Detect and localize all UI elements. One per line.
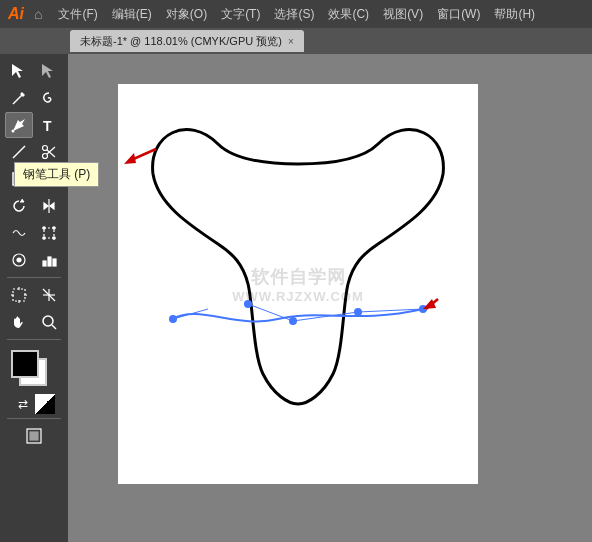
- svg-point-8: [43, 146, 48, 151]
- svg-point-4: [12, 130, 15, 133]
- graph-tool[interactable]: [35, 247, 63, 273]
- svg-marker-14: [50, 203, 54, 209]
- tool-row-7: [4, 247, 64, 273]
- svg-marker-1: [42, 64, 53, 78]
- tool-row-2: [4, 85, 64, 111]
- tool-row-9: [4, 309, 64, 335]
- color-area: ⇄: [11, 350, 57, 414]
- bezier-handle-line-2: [248, 304, 293, 321]
- menu-effect[interactable]: 效果(C): [322, 4, 375, 25]
- svg-rect-15: [44, 228, 54, 238]
- svg-marker-0: [12, 64, 23, 78]
- color-controls-row: ⇄: [13, 394, 55, 414]
- menu-bar: 文件(F) 编辑(E) 对象(O) 文字(T) 选择(S) 效果(C) 视图(V…: [52, 4, 541, 25]
- swap-colors-button[interactable]: ⇄: [13, 394, 33, 414]
- toolbar-divider-3: [7, 418, 61, 419]
- selection-tool[interactable]: [5, 58, 33, 84]
- tool-row-pen: T: [4, 112, 64, 138]
- rect-tool[interactable]: [5, 166, 33, 192]
- svg-point-19: [53, 237, 55, 239]
- tab-bar: 未标题-1* @ 118.01% (CMYK/GPU 预览) ×: [0, 28, 592, 54]
- svg-marker-38: [423, 299, 436, 309]
- toolbar-divider: [7, 277, 61, 278]
- free-transform-tool[interactable]: [35, 220, 63, 246]
- tab-label: 未标题-1* @ 118.01% (CMYK/GPU 预览): [80, 34, 282, 49]
- svg-rect-25: [13, 289, 25, 301]
- svg-text:T: T: [43, 118, 52, 134]
- tool-row-6: [4, 220, 64, 246]
- svg-rect-11: [13, 173, 25, 185]
- scissors-tool[interactable]: [35, 139, 63, 165]
- reflect-tool[interactable]: [35, 193, 63, 219]
- svg-line-6: [13, 146, 25, 158]
- foreground-color-swatch[interactable]: [11, 350, 39, 378]
- home-icon[interactable]: ⌂: [34, 6, 42, 22]
- document-tab[interactable]: 未标题-1* @ 118.01% (CMYK/GPU 预览) ×: [70, 30, 304, 52]
- change-screen-mode[interactable]: [20, 423, 48, 449]
- menu-edit[interactable]: 编辑(E): [106, 4, 158, 25]
- title-bar: Ai ⌂ 文件(F) 编辑(E) 对象(O) 文字(T) 选择(S) 效果(C)…: [0, 0, 592, 28]
- svg-point-33: [43, 316, 53, 326]
- menu-window[interactable]: 窗口(W): [431, 4, 486, 25]
- default-colors-button[interactable]: [35, 394, 55, 414]
- color-swatches: [11, 350, 57, 392]
- document-canvas: 软件自学网 WWW.RJZXW.COM: [118, 84, 478, 484]
- hand-tool[interactable]: [5, 309, 33, 335]
- svg-point-16: [43, 227, 45, 229]
- svg-line-34: [52, 325, 56, 329]
- main-area: T 钢笔工具 (P): [0, 54, 592, 542]
- lasso-tool[interactable]: [35, 85, 63, 111]
- svg-rect-22: [43, 261, 46, 266]
- red-arrow-canvas: [423, 299, 438, 309]
- svg-point-21: [17, 258, 21, 262]
- symbol-sprayer-tool[interactable]: [5, 247, 33, 273]
- slice-tool[interactable]: [35, 282, 63, 308]
- toolbar: T 钢笔工具 (P): [0, 54, 68, 542]
- app-logo: Ai: [8, 5, 24, 23]
- svg-rect-23: [48, 257, 51, 266]
- tool-row-5: [4, 193, 64, 219]
- svg-rect-36: [30, 432, 38, 440]
- menu-help[interactable]: 帮助(H): [488, 4, 541, 25]
- canvas-area: 软件自学网 WWW.RJZXW.COM: [68, 54, 592, 542]
- menu-select[interactable]: 选择(S): [268, 4, 320, 25]
- svg-point-18: [43, 237, 45, 239]
- toolbar-divider-2: [7, 339, 61, 340]
- pen-tool[interactable]: [5, 112, 33, 138]
- svg-rect-24: [53, 259, 56, 266]
- tooth-heart-shape: [153, 130, 444, 404]
- magic-wand-tool[interactable]: [5, 85, 33, 111]
- svg-line-2: [13, 95, 22, 104]
- svg-point-7: [43, 154, 48, 159]
- menu-object[interactable]: 对象(O): [160, 4, 213, 25]
- tool-row-3: [4, 139, 64, 165]
- rotate-tool[interactable]: [5, 193, 33, 219]
- zoom-tool[interactable]: [35, 309, 63, 335]
- tool-row-1: [4, 58, 64, 84]
- tool-row-4: [4, 166, 64, 192]
- tab-close-button[interactable]: ×: [288, 36, 294, 47]
- svg-point-17: [53, 227, 55, 229]
- tool-row-8: [4, 282, 64, 308]
- svg-marker-13: [44, 203, 48, 209]
- paintbrush-tool[interactable]: [35, 166, 63, 192]
- warp-tool[interactable]: [5, 220, 33, 246]
- type-tool[interactable]: T: [35, 112, 63, 138]
- menu-text[interactable]: 文字(T): [215, 4, 266, 25]
- menu-view[interactable]: 视图(V): [377, 4, 429, 25]
- menu-file[interactable]: 文件(F): [52, 4, 103, 25]
- artboard-tool[interactable]: [5, 282, 33, 308]
- illustration-svg: [118, 84, 478, 484]
- direct-selection-tool[interactable]: [35, 58, 63, 84]
- tool-row-bottom: [4, 423, 64, 449]
- line-tool[interactable]: [5, 139, 33, 165]
